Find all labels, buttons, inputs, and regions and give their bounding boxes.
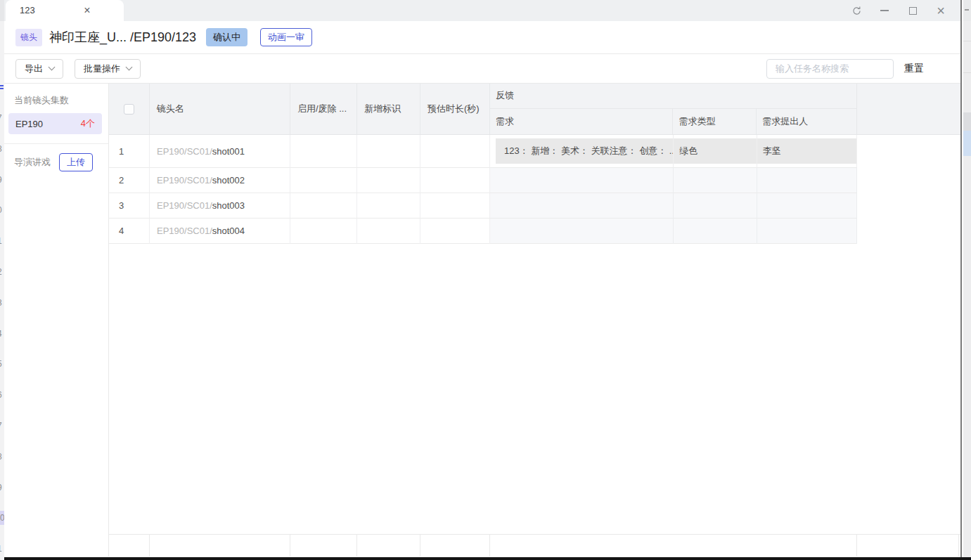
chevron-down-icon (49, 64, 56, 71)
background-right-titlebar (963, 0, 971, 21)
enable-discard-cell (290, 135, 357, 168)
task-search-input[interactable] (766, 59, 894, 79)
shot-name-cell: EP190/SC01/shot002 (150, 168, 290, 193)
table-row[interactable]: 1 EP190/SC01/shot001 123： 新增： 美术： 关联注意： … (109, 135, 960, 168)
background-minimize-icon (965, 9, 969, 11)
shot-name: shot004 (212, 226, 245, 236)
status-badge: 确认中 (206, 28, 247, 46)
feedback-type-cell: 绿色 (674, 135, 757, 168)
background-gray-block (963, 112, 971, 131)
upload-button[interactable]: 上传 (59, 153, 93, 171)
feedback-proposer-cell: 李坚 (757, 135, 857, 168)
bottom-edge-bar (4, 557, 971, 560)
director-briefing-label: 导演讲戏 (14, 156, 51, 169)
shot-name: shot003 (212, 200, 245, 211)
divider (963, 41, 971, 41)
page-title: 神印王座_U... /EP190/123 (49, 29, 196, 46)
table-header: 镜头名 启用/废除 ... 新增标识 预估时长(秒) 反馈 需求 需求类型 需求… (109, 84, 960, 135)
footer-cell (357, 535, 420, 556)
screen: 789012345678901 123 × (0, 0, 971, 560)
episode-shot-count: 4个 (81, 117, 95, 130)
background-blue-lines-icon (0, 85, 4, 86)
column-header-shot-name: 镜头名 (150, 84, 290, 134)
episode-name: EP190 (15, 119, 43, 129)
feedback-type-cell (674, 168, 757, 193)
table-row[interactable]: 3 EP190/SC01/shot003 (109, 193, 960, 219)
column-header-demand-type: 需求类型 (673, 109, 757, 134)
shot-name-cell: EP190/SC01/shot004 (150, 219, 290, 244)
minimize-icon[interactable] (870, 0, 899, 21)
feedback-demand-cell (490, 193, 674, 219)
background-window-right-edge (963, 0, 971, 560)
row-filler (857, 193, 960, 219)
background-blue-lines-icon (0, 88, 4, 89)
table-footer-row (109, 534, 960, 556)
chevron-down-icon (126, 64, 133, 71)
shot-name: shot001 (212, 146, 245, 157)
row-filler (857, 135, 960, 168)
batch-operations-label: 批量操作 (84, 63, 120, 75)
new-flag-cell (357, 219, 420, 244)
new-flag-cell (357, 135, 420, 168)
table-row[interactable]: 2 EP190/SC01/shot002 (109, 168, 960, 193)
shot-name-cell: EP190/SC01/shot001 (150, 135, 290, 168)
column-header-enable-discard: 启用/废除 ... (290, 84, 357, 134)
feedback-type-cell (674, 219, 757, 244)
feedback-subheaders: 需求 需求类型 需求提出人 (490, 109, 856, 134)
maximize-icon[interactable] (899, 0, 927, 21)
shot-path-prefix: EP190/SC01/ (157, 175, 212, 185)
new-flag-cell (357, 168, 420, 193)
review-stage-badge[interactable]: 动画一审 (260, 28, 312, 46)
table-row[interactable]: 4 EP190/SC01/shot004 (109, 219, 960, 244)
export-button[interactable]: 导出 (15, 59, 63, 79)
episode-section-label: 当前镜头集数 (14, 94, 108, 107)
shot-table: 镜头名 启用/废除 ... 新增标识 预估时长(秒) 反馈 需求 需求类型 需求… (109, 84, 960, 556)
page-header: 镜头 神印王座_U... /EP190/123 确认中 动画一审 (4, 21, 960, 54)
divider (963, 72, 971, 73)
export-label: 导出 (25, 63, 43, 75)
row-index: 1 (109, 135, 150, 168)
window-controls: × (842, 0, 955, 21)
header-filler (857, 84, 960, 134)
reset-button[interactable]: 重置 (904, 63, 924, 75)
footer-cell (150, 535, 290, 556)
row-filler (857, 219, 960, 244)
sidebar-item-episode[interactable]: EP190 4个 (8, 113, 102, 134)
refresh-icon[interactable] (842, 0, 870, 21)
batch-operations-button[interactable]: 批量操作 (75, 59, 141, 79)
footer-cell (290, 535, 357, 556)
feedback-demand-cell[interactable]: 123： 新增： 美术： 关联注意： 创意： ... (490, 135, 674, 168)
row-index: 4 (109, 219, 150, 244)
sidebar: 当前镜头集数 EP190 4个 导演讲戏 上传 (4, 84, 109, 556)
column-group-feedback: 反馈 (490, 84, 856, 109)
table-empty-space (109, 244, 960, 556)
close-icon[interactable]: × (927, 0, 955, 21)
window-titlebar: 123 × × (4, 0, 960, 21)
feedback-proposer-cell (757, 168, 857, 193)
footer-cell (490, 535, 857, 556)
new-flag-cell (357, 193, 420, 219)
feedback-type-text: 绿色 (679, 145, 697, 157)
background-blue-block (963, 131, 971, 156)
feedback-demand-text: 123： 新增： 美术： 关联注意： 创意： ... (504, 145, 673, 157)
enable-discard-cell (290, 168, 357, 193)
enable-discard-cell (290, 193, 357, 219)
duration-cell (420, 219, 490, 244)
feedback-proposer-text: 李坚 (763, 145, 781, 157)
column-header-duration: 预估时长(秒) (420, 84, 490, 134)
page-body: 当前镜头集数 EP190 4个 导演讲戏 上传 镜头名 (4, 84, 960, 556)
browser-tab[interactable]: 123 × (6, 0, 124, 21)
shot-path-prefix: EP190/SC01/ (157, 200, 212, 211)
select-all-cell (109, 84, 150, 134)
column-header-demand-proposer: 需求提出人 (757, 109, 856, 134)
row-index: 3 (109, 193, 150, 219)
enable-discard-cell (290, 219, 357, 244)
shot-name: shot002 (212, 175, 245, 185)
app-window: 123 × × 镜头 神印王座_U... /EP190/123 (4, 0, 962, 557)
footer-cell (109, 535, 150, 556)
tab-close-icon[interactable]: × (79, 0, 96, 21)
feedback-demand-cell (490, 168, 674, 193)
footer-cell (857, 535, 959, 556)
select-all-checkbox[interactable] (124, 104, 134, 115)
shot-path-prefix: EP190/SC01/ (157, 226, 212, 236)
